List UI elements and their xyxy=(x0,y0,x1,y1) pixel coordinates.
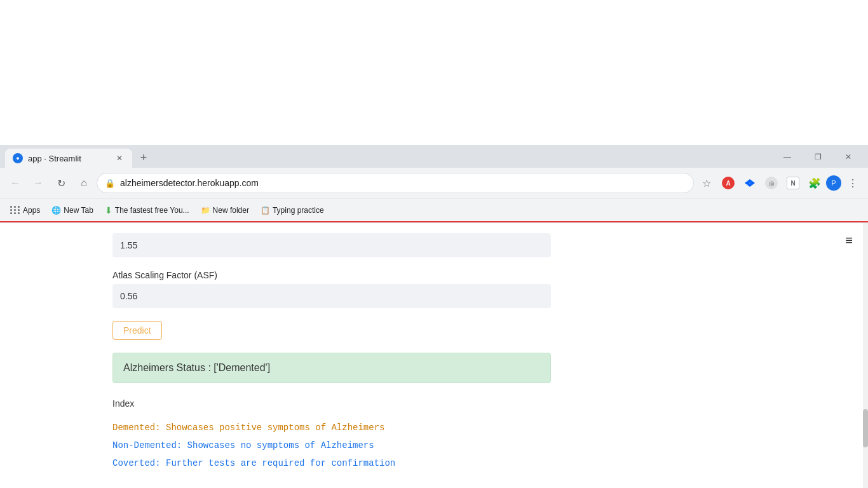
tab-title: app · Streamlit xyxy=(28,154,109,163)
tab-close-button[interactable]: ✕ xyxy=(114,153,125,163)
bookmarks-bar: Apps 🌐 New Tab ⬇ The fastest free You...… xyxy=(0,198,868,221)
new-folder-label: New folder xyxy=(213,206,249,215)
close-button[interactable]: ✕ xyxy=(834,149,863,165)
bookmark-youtube[interactable]: ⬇ The fastest free You... xyxy=(100,203,194,218)
page-content: ≡ 1.55 Atlas Scaling Factor (ASF) 0.56 P… xyxy=(0,223,868,488)
new-tab-button[interactable]: + xyxy=(135,149,153,166)
ext-adblock-icon[interactable]: A xyxy=(718,173,738,193)
bookmark-new-folder[interactable]: 📁 New folder xyxy=(196,203,254,217)
new-tab-label: New Tab xyxy=(64,206,93,215)
previous-field-input[interactable]: 1.55 xyxy=(112,233,551,257)
scrollbar-thumb[interactable] xyxy=(863,409,868,447)
asf-input[interactable]: 0.56 xyxy=(112,284,551,308)
non-demented-entry: Non-Demented: Showcases no symptoms of A… xyxy=(112,437,756,454)
non-demented-text: Non-Demented: Showcases no symptoms of A… xyxy=(112,440,374,451)
ext-circle-icon[interactable]: ◎ xyxy=(761,173,782,193)
tab-bar: ● app · Streamlit ✕ + — ❐ ✕ xyxy=(0,145,868,168)
typing-favicon: 📋 xyxy=(261,206,270,215)
chrome-menu-icon[interactable]: ⋮ xyxy=(843,173,863,193)
ext-notion-icon[interactable]: N xyxy=(783,173,803,193)
youtube-favicon: ⬇ xyxy=(105,205,112,215)
address-bar-row: ← → ↻ ⌂ 🔒 alzheimersdetector.herokuapp.c… xyxy=(0,168,868,198)
asf-value: 0.56 xyxy=(120,291,137,301)
active-tab[interactable]: ● app · Streamlit ✕ xyxy=(5,149,132,168)
demented-entry: Demented: Showcases positive symptoms of… xyxy=(112,419,756,437)
converted-text: Coverted: Further tests are required for… xyxy=(112,458,395,468)
hamburger-menu-icon[interactable]: ≡ xyxy=(845,233,853,248)
tab-favicon: ● xyxy=(13,153,23,163)
minimize-button[interactable]: — xyxy=(773,149,802,165)
ext-dropbox-icon[interactable] xyxy=(740,173,760,193)
lock-icon: 🔒 xyxy=(105,179,115,188)
bookmarks-bar-wrapper: Apps 🌐 New Tab ⬇ The fastest free You...… xyxy=(0,198,868,222)
index-entries: Demented: Showcases positive symptoms of… xyxy=(112,419,756,472)
index-label: Index xyxy=(112,398,756,409)
profile-avatar[interactable]: P xyxy=(826,175,841,191)
folder-favicon: 📁 xyxy=(201,206,210,215)
reload-button[interactable]: ↻ xyxy=(51,173,71,193)
scrollbar[interactable] xyxy=(863,223,868,488)
result-box: Alzheimers Status : ['Demented'] xyxy=(112,353,551,383)
ext-puzzle-icon[interactable]: 🧩 xyxy=(804,173,825,193)
address-bar[interactable]: 🔒 alzheimersdetector.herokuapp.com xyxy=(97,173,694,193)
youtube-label: The fastest free You... xyxy=(115,206,189,215)
asf-label: Atlas Scaling Factor (ASF) xyxy=(112,270,756,280)
forward-button[interactable]: → xyxy=(28,173,48,193)
bookmark-typing-practice[interactable]: 📋 Typing practice xyxy=(255,203,329,217)
typing-practice-label: Typing practice xyxy=(273,206,324,215)
window-controls: — ❐ ✕ xyxy=(773,149,863,165)
asf-field-group: Atlas Scaling Factor (ASF) 0.56 xyxy=(112,270,756,308)
toolbar-icons: ☆ A ◎ N 🧩 P ⋮ xyxy=(696,173,863,193)
bookmark-star-icon[interactable]: ☆ xyxy=(696,173,717,193)
back-button[interactable]: ← xyxy=(5,173,25,193)
maximize-button[interactable]: ❐ xyxy=(803,149,832,165)
demented-text: Demented: Showcases positive symptoms of… xyxy=(112,423,384,433)
bookmark-apps[interactable]: Apps xyxy=(5,203,45,217)
new-tab-favicon: 🌐 xyxy=(51,206,61,215)
converted-entry: Coverted: Further tests are required for… xyxy=(112,454,756,472)
bookmark-new-tab[interactable]: 🌐 New Tab xyxy=(46,203,98,217)
previous-field-group: 1.55 xyxy=(112,233,756,257)
previous-field-value: 1.55 xyxy=(120,240,137,250)
page-inner: ≡ 1.55 Atlas Scaling Factor (ASF) 0.56 P… xyxy=(97,223,771,482)
apps-label: Apps xyxy=(23,206,40,215)
result-text: Alzheimers Status : ['Demented'] xyxy=(123,362,270,373)
top-empty-area xyxy=(0,0,868,145)
predict-button[interactable]: Predict xyxy=(112,321,162,340)
home-button[interactable]: ⌂ xyxy=(74,173,94,193)
apps-grid-icon xyxy=(10,206,20,214)
url-text: alzheimersdetector.herokuapp.com xyxy=(120,178,686,188)
